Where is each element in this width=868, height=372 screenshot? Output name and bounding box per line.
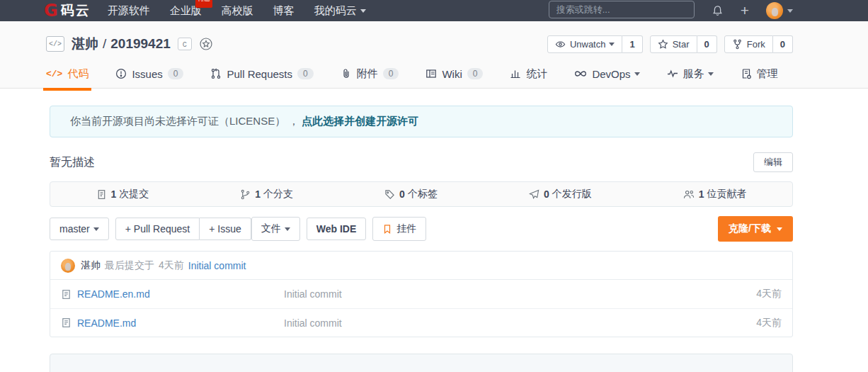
file-commit-time: 4天前	[756, 317, 782, 329]
chevron-down-icon	[777, 227, 782, 231]
tab-attachments[interactable]: 附件0	[341, 67, 399, 89]
stat-tags[interactable]: 0个标签	[384, 188, 438, 201]
bookmark-icon	[382, 224, 392, 235]
star-icon	[658, 39, 668, 50]
pulse-icon	[667, 68, 678, 79]
committer-name-link[interactable]: 湛帅	[81, 259, 101, 272]
release-plane-icon	[529, 189, 539, 200]
nav-item-enterprise[interactable]: 企业版 特惠	[170, 4, 202, 18]
web-ide-button[interactable]: Web IDE	[307, 218, 367, 240]
fork-button[interactable]: Fork	[724, 35, 773, 53]
repo-title: 湛帅/20199421	[72, 35, 171, 53]
eye-icon	[555, 39, 566, 50]
committer-avatar[interactable]	[61, 259, 75, 273]
tab-pull-requests[interactable]: Pull Requests0	[210, 68, 313, 89]
tab-wiki[interactable]: Wiki0	[426, 68, 483, 89]
commit-message-link[interactable]: Initial commit	[188, 260, 246, 271]
repo-type-code-icon: </>	[46, 36, 64, 52]
tab-services[interactable]: 服务	[667, 67, 714, 89]
avatar	[766, 2, 783, 19]
chevron-down-icon	[708, 72, 714, 76]
file-name-link[interactable]: README.en.md	[77, 288, 284, 300]
file-name-link[interactable]: README.md	[77, 317, 284, 329]
commit-time: 4天前	[159, 259, 184, 272]
file-commit-message-link[interactable]: Initial commit	[284, 317, 756, 329]
branch-icon	[240, 189, 251, 200]
nav-item-opensource[interactable]: 开源软件	[108, 4, 150, 18]
file-commit-message-link[interactable]: Initial commit	[284, 288, 756, 300]
fork-icon	[732, 39, 743, 50]
edit-description-button[interactable]: 编辑	[753, 152, 793, 172]
pull-request-icon	[210, 68, 222, 79]
bar-chart-icon	[510, 68, 521, 79]
clone-download-button[interactable]: 克隆/下载	[718, 216, 793, 242]
nav-item-education[interactable]: 高校版	[222, 4, 253, 18]
file-doc-icon	[61, 289, 72, 300]
repo-owner-link[interactable]: 湛帅	[72, 36, 98, 51]
chevron-down-icon	[360, 9, 366, 13]
chevron-down-icon	[93, 227, 99, 231]
chevron-down-icon	[285, 227, 290, 231]
file-commit-time: 4天前	[756, 288, 782, 300]
branch-selector[interactable]: master	[50, 218, 109, 240]
create-new-plus-icon[interactable]: +	[741, 4, 749, 18]
actions-row: master + Pull Request + Issue 文件 Web IDE…	[50, 216, 793, 242]
file-browser-panel: 湛帅 最后提交于 4天前 Initial commit README.en.md…	[50, 251, 793, 337]
file-menu-button[interactable]: 文件	[251, 217, 300, 241]
wiki-book-icon	[426, 68, 437, 79]
notifications-bell-icon[interactable]	[712, 5, 724, 17]
nav-item-blog[interactable]: 博客	[273, 4, 295, 18]
fork-control: Fork 0	[724, 35, 793, 53]
stat-releases[interactable]: 0个发行版	[529, 188, 592, 201]
navbar-right: +	[549, 0, 793, 21]
readme-panel-top-edge	[50, 354, 793, 372]
manage-doc-gear-icon	[741, 68, 752, 79]
code-icon: </>	[46, 69, 62, 79]
stat-contributors[interactable]: 1位贡献者	[683, 188, 747, 201]
contributors-icon	[683, 189, 695, 200]
star-button[interactable]: Star	[650, 35, 697, 53]
repo-stats-bar: 1次提交 1个分支 0个标签 0个发行版 1位贡献者	[50, 181, 793, 207]
nav-menu: 开源软件 企业版 特惠 高校版 博客 我的码云	[108, 4, 386, 18]
stat-commits[interactable]: 1次提交	[96, 188, 149, 201]
user-avatar-menu[interactable]	[766, 2, 793, 19]
medal-badge-icon[interactable]	[199, 37, 213, 51]
gitee-logo-text: 码云	[61, 1, 91, 20]
watch-control: Unwatch 1	[547, 35, 643, 53]
tab-statistics[interactable]: 统计	[510, 67, 547, 89]
fork-count[interactable]: 0	[773, 35, 793, 53]
gitee-logo-g-icon: G	[44, 2, 58, 19]
star-count[interactable]: 0	[697, 35, 717, 53]
language-badge[interactable]: c	[178, 38, 192, 50]
tab-code[interactable]: </> 代码	[46, 67, 88, 89]
repo-header: </> 湛帅/20199421 c Unwatch 1	[0, 21, 868, 89]
paperclip-icon	[341, 68, 352, 79]
promo-badge: 特惠	[195, 0, 212, 8]
create-license-link[interactable]: 点此选择并创建开源许可	[302, 115, 418, 128]
wiki-count-badge: 0	[467, 68, 484, 79]
nav-item-my-gitee[interactable]: 我的码云	[314, 4, 366, 18]
tag-icon	[384, 189, 395, 200]
gitee-logo[interactable]: G 码云	[44, 1, 91, 20]
attachments-count-badge: 0	[383, 68, 399, 79]
issues-count-badge: 0	[168, 68, 184, 79]
stat-branches[interactable]: 1个分支	[240, 188, 293, 201]
pr-issue-group: + Pull Request + Issue	[115, 218, 251, 240]
watch-count[interactable]: 1	[622, 35, 642, 53]
tab-issues[interactable]: Issues0	[115, 68, 183, 89]
search-input[interactable]	[549, 1, 695, 18]
chevron-down-icon	[609, 43, 615, 46]
unwatch-button[interactable]: Unwatch	[547, 35, 623, 53]
new-pull-request-button[interactable]: + Pull Request	[115, 218, 200, 240]
top-navbar: G 码云 开源软件 企业版 特惠 高校版 博客 我的码云 +	[0, 0, 868, 21]
file-row: README.en.md Initial commit 4天前	[50, 280, 792, 308]
new-issue-button[interactable]: + Issue	[200, 218, 251, 240]
description-row: 暂无描述 编辑	[50, 152, 793, 172]
repo-name-link[interactable]: 20199421	[110, 36, 171, 51]
tab-devops[interactable]: DevOps	[574, 68, 639, 89]
issue-icon	[115, 68, 127, 79]
widget-button[interactable]: 挂件	[372, 217, 426, 241]
pr-count-badge: 0	[297, 68, 314, 79]
infinity-devops-icon	[574, 68, 587, 79]
tab-manage[interactable]: 管理	[741, 67, 778, 89]
